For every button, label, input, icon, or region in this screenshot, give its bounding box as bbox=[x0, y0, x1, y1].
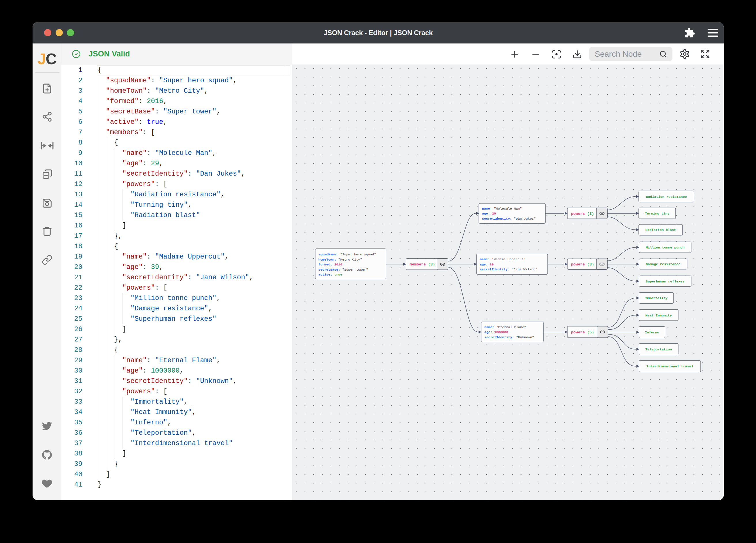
svg-text:Heat Immunity: Heat Immunity bbox=[645, 313, 672, 317]
svg-text:Radiation resistance: Radiation resistance bbox=[646, 195, 687, 199]
svg-text:Superhuman reflexes: Superhuman reflexes bbox=[646, 279, 685, 283]
svg-text:Million tonne punch: Million tonne punch bbox=[646, 246, 685, 250]
svg-text:powers (3): powers (3) bbox=[571, 212, 594, 216]
svg-text:Inferno: Inferno bbox=[645, 330, 659, 334]
svg-text:secretIdentity: "Jane Wilson": secretIdentity: "Jane Wilson" bbox=[480, 268, 537, 271]
svg-text:name: "Eternal Flame": name: "Eternal Flame" bbox=[484, 325, 526, 329]
svg-text:secretIdentity: "Dan Jukes": secretIdentity: "Dan Jukes" bbox=[482, 217, 536, 221]
svg-text:squadName: "Super hero squad": squadName: "Super hero squad" bbox=[318, 253, 376, 256]
svg-text:secretIdentity: "Unknown": secretIdentity: "Unknown" bbox=[484, 335, 534, 339]
svg-text:powers (3): powers (3) bbox=[571, 262, 594, 267]
svg-text:active: true: active: true bbox=[318, 272, 342, 276]
svg-text:powers (5): powers (5) bbox=[571, 330, 594, 334]
svg-text:Radiation blast: Radiation blast bbox=[645, 228, 676, 232]
svg-text:Turning tiny: Turning tiny bbox=[645, 212, 670, 216]
svg-text:Damage resistance: Damage resistance bbox=[646, 262, 680, 266]
svg-text:name: "Madame Uppercut": name: "Madame Uppercut" bbox=[480, 258, 526, 261]
svg-text:age: 39: age: 39 bbox=[480, 263, 494, 266]
svg-text:Teleportation: Teleportation bbox=[645, 347, 672, 351]
svg-text:age: 1000000: age: 1000000 bbox=[484, 330, 508, 334]
svg-text:age: 29: age: 29 bbox=[482, 212, 496, 215]
svg-text:Immortality: Immortality bbox=[645, 296, 668, 300]
svg-text:members (3): members (3) bbox=[410, 262, 435, 267]
svg-text:formed: 2016: formed: 2016 bbox=[318, 263, 342, 266]
svg-text:secretBase: "Super tower": secretBase: "Super tower" bbox=[318, 268, 368, 272]
svg-text:name: "Molecule Man": name: "Molecule Man" bbox=[482, 207, 522, 211]
svg-text:Interdimensional travel: Interdimensional travel bbox=[647, 364, 693, 368]
svg-text:homeTown: "Metro City": homeTown: "Metro City" bbox=[318, 258, 362, 262]
